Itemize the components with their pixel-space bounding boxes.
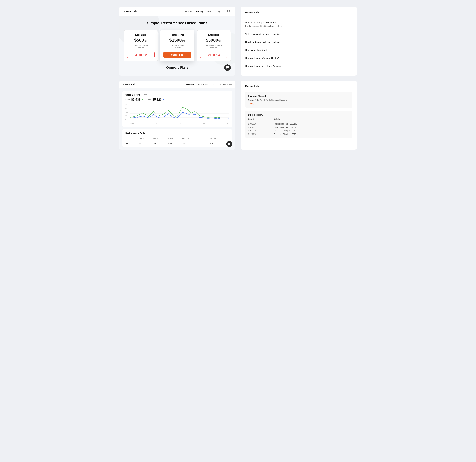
chart-area: 800 600 400 200 0 (126, 104, 229, 124)
pricing-page-card: Bazaar Lab Services Pricing FAQ Eng 中文 S… (119, 7, 235, 76)
plan-enterprise-price: $3000/mo (200, 38, 228, 42)
profit-dot (163, 99, 164, 100)
svg-point-7 (168, 110, 169, 111)
faq-question-4: Can you help with Vendor Central? (245, 57, 352, 60)
svg-point-8 (182, 107, 183, 108)
billing-history-title: Billing History (248, 114, 349, 116)
payment-stripe-detail: Stripe: John Smith (hello@johnsmith.com) (248, 99, 349, 101)
sales-value: $7,439 (131, 98, 141, 101)
plan-enterprise-desc: 30 Monthly ManagedProducts (200, 44, 228, 49)
faq-item-3[interactable]: Can I cancel anytime? (245, 46, 352, 54)
profit-today: $54 (169, 141, 181, 144)
stripe-detail: John Smith (hello@johnsmith.com) (255, 99, 287, 101)
faq-question-0: Who will fulfill my orders via Am... (245, 21, 352, 24)
svg-point-16 (229, 118, 229, 119)
col-units: Units / Orders (181, 137, 210, 141)
nav-link-services[interactable]: Services (185, 10, 192, 13)
sales-label: Sales (126, 99, 130, 101)
chart-y-labels: 800 600 400 200 0 (126, 104, 128, 120)
perf-table-header-row: Sales Margin Profit Units / Orders Promo… (126, 137, 229, 141)
units-today: 3 / 3 (181, 141, 210, 144)
billing-table-header: Date ▼ Details (248, 118, 349, 121)
sales-today: $72 (139, 141, 153, 144)
billing-detail-3: Essentials Plan (1.12.2019 ... (274, 132, 349, 135)
billing-date-1: 1.02.2019 (248, 125, 274, 128)
stats-title: Sales & Profit 30 Days (126, 94, 229, 96)
lang-zh[interactable]: 中文 (227, 10, 231, 13)
col-promo: Promo... (210, 137, 229, 141)
choose-plan-professional-button[interactable]: Choose Plan (163, 52, 191, 58)
nav-link-subscription[interactable]: Subscription (197, 83, 208, 85)
svg-point-5 (137, 115, 138, 116)
faq-item-2[interactable]: How long before I will see results o... (245, 38, 352, 46)
billing-date-2: 1.01.2019 (248, 128, 274, 132)
plan-essentials-name: Essentials (127, 34, 154, 36)
change-payment-link[interactable]: Change (248, 102, 349, 105)
svg-point-6 (153, 111, 154, 112)
plan-essentials-desc: 5 Monthly ManagedProducts (127, 44, 154, 49)
dashboard-body: Sales & Profit 30 Days Sales $7,439 Prof… (119, 88, 235, 150)
nav-link-pricing[interactable]: Pricing (196, 10, 203, 13)
plan-essentials-price: $500/mo (127, 38, 154, 42)
dashboard-logo: Bazaar Lab (123, 83, 136, 86)
pricing-chat-bubble[interactable] (224, 64, 231, 71)
svg-point-15 (199, 117, 200, 118)
stats-card: Sales & Profit 30 Days Sales $7,439 Prof… (122, 91, 232, 127)
billing-row-0: 1.03.2019 Professional Plan (1.03.20... (248, 121, 349, 125)
choose-plan-enterprise-button[interactable]: Choose Plan (200, 52, 228, 58)
billing-page-card: Bazaar Lab Payment Method Stripe: John S… (240, 81, 357, 150)
performance-table-title: Performance Table (126, 132, 229, 134)
pricing-body: Simple, Performance Based Plans Essentia… (119, 16, 235, 76)
user-area: John Smith (219, 83, 232, 86)
pricing-nav: Bazaar Lab Services Pricing FAQ Eng 中文 (119, 7, 235, 16)
faq-logo: Bazaar Lab (245, 11, 352, 14)
lang-eng[interactable]: Eng (217, 10, 221, 13)
page-wrapper: Bazaar Lab Services Pricing FAQ Eng 中文 S… (119, 7, 357, 150)
dashboard-username: John Smith (222, 83, 232, 85)
col-profit: Profit (169, 137, 181, 141)
faq-item-1[interactable]: Will I have creative input on our lis... (245, 30, 352, 38)
profit-label: Profit (147, 99, 152, 101)
svg-point-14 (182, 112, 183, 113)
nav-link-faq[interactable]: FAQ (207, 10, 211, 13)
plan-professional-desc: 15 Monthly ManagedProducts (163, 44, 191, 49)
performance-table: Sales Margin Profit Units / Orders Promo… (126, 137, 229, 144)
nav-link-billing[interactable]: Billing (211, 83, 216, 85)
plan-enterprise-name: Enterprise (200, 34, 228, 36)
billing-row-1: 1.02.2019 Professional Plan (1.02.20... (248, 125, 349, 128)
user-icon (219, 83, 221, 86)
compare-row: Compare Plans (124, 66, 231, 69)
perf-table-row-today: Today $72 75% $54 3 / 3 n.v. (126, 141, 229, 144)
billing-logo: Bazaar Lab (245, 85, 352, 88)
stat-profit: Profit $5,923 (147, 98, 164, 101)
dashboard-nav: Bazaar Lab Dashboard Subscription Billin… (119, 81, 235, 88)
pricing-nav-links: Services Pricing FAQ Eng 中文 (185, 10, 231, 13)
dashboard-chat-bubble[interactable] (226, 141, 232, 147)
billing-row-2: 1.01.2019 Essentials Plan (1.01.2019 ... (248, 128, 349, 132)
faq-item-4[interactable]: Can you help with Vendor Central? (245, 54, 352, 62)
stats-period: 30 Days (141, 94, 148, 96)
stats-row: Sales $7,439 Profit $5,923 (126, 98, 229, 101)
billing-detail-2: Essentials Plan (1.01.2019 ... (274, 128, 349, 132)
col-margin: Margin (153, 137, 168, 141)
nav-link-dashboard[interactable]: Dashboard (185, 83, 195, 85)
faq-answer-0: It is the responsibility of the seller t… (245, 25, 352, 28)
plan-professional-name: Professional (163, 34, 191, 36)
margin-today: 75% (153, 141, 168, 144)
pricing-headline: Simple, Performance Based Plans (124, 21, 231, 25)
dashboard-nav-links: Dashboard Subscription Billing (185, 83, 216, 85)
plan-essentials: Essentials $500/mo 5 Monthly ManagedProd… (124, 30, 158, 61)
plan-professional: Professional $1500/mo 15 Monthly Managed… (160, 30, 194, 61)
compare-plans-label: Compare Plans (166, 66, 188, 69)
plan-enterprise: Enterprise $3000/mo 30 Monthly ManagedPr… (197, 30, 231, 61)
pricing-logo: Bazaar Lab (124, 10, 137, 13)
chart-x-labels: Jan 1 8 15 22 29 (130, 123, 229, 124)
faq-page-card: Bazaar Lab Who will fulfill my orders vi… (240, 7, 357, 76)
sales-dot (142, 99, 143, 100)
faq-question-1: Will I have creative input on our lis... (245, 33, 352, 36)
faq-item-5[interactable]: Can you help with EBC and Amazo... (245, 62, 352, 70)
svg-point-11 (137, 116, 138, 117)
faq-item-0[interactable]: Who will fulfill my orders via Am... It … (245, 18, 352, 30)
plan-professional-price: $1500/mo (163, 38, 191, 42)
choose-plan-essentials-button[interactable]: Choose Plan (127, 52, 154, 58)
